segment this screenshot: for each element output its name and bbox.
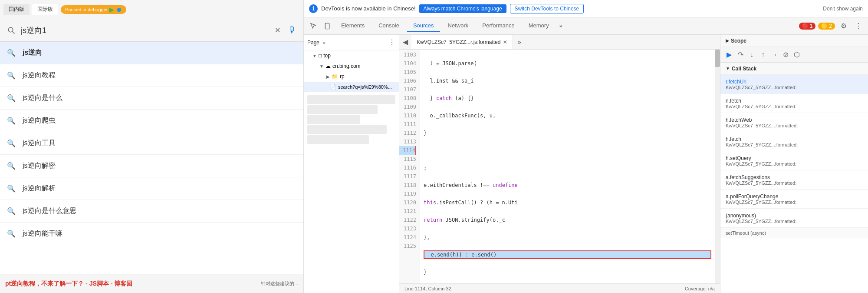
list-item[interactable]: 🔍 js逆向是什么 (0, 87, 303, 110)
editor-scrollbar-thumb[interactable] (715, 50, 720, 67)
dont-show-again-link[interactable]: Don't show again (823, 6, 863, 12)
mic-icon[interactable]: 🎙 (286, 24, 298, 37)
callstack-fn-name: (anonymous) (726, 213, 863, 219)
file-tree-item-top[interactable]: ▼ □ top (304, 50, 399, 61)
tab-network[interactable]: Network (442, 20, 475, 32)
tab-domestic[interactable]: 国内版 (3, 4, 30, 15)
play-button[interactable]: ▶ (109, 6, 114, 13)
file-tree-item-rp[interactable]: ▶ 📁 rp (304, 71, 399, 82)
more-options-icon[interactable]: ⋮ (852, 20, 865, 32)
step-out-button[interactable]: ↑ (758, 50, 768, 60)
callstack-item[interactable]: a.pollForQueryChange KwVQLZSc7_5YGZZ...f… (720, 190, 868, 209)
tab-performance[interactable]: Performance (476, 20, 520, 32)
callstack-fn-source: KwVQLZSc7_5YGZZ...formatted: (726, 180, 863, 186)
callstack-item[interactable]: h.setQuery KwVQLZSc7_5YGZZ...formatted: (720, 151, 868, 170)
devtools-tabs-bar: Elements Console Sources Network Perform… (304, 17, 868, 35)
file-tree-item-domain[interactable]: ▼ ☁ cn.bing.com (304, 61, 399, 71)
search-icon: 🔍 (7, 139, 16, 147)
back-nav-icon[interactable]: ◀ (399, 36, 411, 48)
tab-international[interactable]: 国际版 (32, 4, 58, 15)
code-line: o._callbackFunc(s, u, (424, 111, 711, 120)
info-icon: ℹ (309, 4, 318, 13)
deactivate-breakpoints-button[interactable]: ⊘ (780, 50, 791, 60)
code-line (424, 146, 711, 155)
callstack-fn-name: a.pollForQueryChange (726, 193, 863, 200)
tab-sources[interactable]: Sources (407, 20, 440, 32)
callstack-fn-name: n.fetch (726, 98, 863, 104)
suggestion-text: js逆向解密 (23, 161, 56, 170)
switch-devtools-button[interactable]: Switch DevTools to Chinese (510, 4, 584, 13)
tab-international-label: 国际版 (37, 6, 53, 12)
callstack-item[interactable]: h.fetch KwVQLZSc7_5YGZZ...:formatted: (720, 132, 868, 151)
step-into-button[interactable]: ↓ (746, 50, 757, 60)
tab-memory[interactable]: Memory (523, 20, 555, 32)
browser-bottom-bar: pt逆向教程，不来了解一下？ - JS脚本 - 博客园 针对这些建议的... (0, 274, 303, 293)
tabs-overflow-button[interactable]: » (557, 21, 565, 31)
suggestion-text: js逆向 (23, 48, 42, 57)
callstack-fn-source: KwVQLZSc7_5YGZZ...formatted: (726, 219, 863, 224)
record-button[interactable]: ⏺ (116, 6, 122, 13)
callstack-item[interactable]: n.fetch KwVQLZSc7_5YGZZ...formatted: (720, 94, 868, 113)
callstack-fn-source: KwVQLZSc7_5YGZZ...formatted: (726, 104, 863, 109)
list-item[interactable]: 🔍 js逆向爬虫 (0, 110, 303, 132)
notification-bar: ℹ DevTools is now available in Chinese! … (304, 0, 868, 17)
search-icon: 🔍 (7, 207, 16, 215)
step-button[interactable]: → (769, 50, 779, 60)
callstack-item[interactable]: a.fetchSuggestions KwVQLZSc7_5YGZZ...for… (720, 170, 868, 190)
search-icon: 🔍 (7, 71, 16, 80)
suggestion-text: js逆向能干嘛 (23, 229, 62, 238)
callstack-section-label: Call Stack (732, 66, 756, 72)
editor-scrollbar[interactable] (715, 50, 720, 283)
callstack-fn-source: KwVQLZSc7_5YGZZ...formatted: (726, 85, 863, 90)
settings-icon[interactable]: ⚙ (838, 20, 850, 32)
devtools-panel: ℹ DevTools is now available in Chinese! … (304, 0, 868, 293)
svg-point-0 (8, 27, 13, 32)
pause-on-exceptions-button[interactable]: ⬡ (792, 50, 802, 60)
callstack-item[interactable]: h.fetchWeb KwVQLZSc7_5YGZZ...:formatted: (720, 113, 868, 132)
list-item[interactable]: 🔍 js逆向解密 (0, 155, 303, 177)
callstack-fn-source: KwVQLZSc7_5YGZZ...formatted: (726, 200, 863, 205)
callstack-items: r.fetchUrl KwVQLZSc7_5YGZZ...formatted: … (720, 75, 868, 293)
code-line: l = JSON.parse( (424, 59, 711, 68)
callstack-item[interactable]: r.fetchUrl KwVQLZSc7_5YGZZ...formatted: (720, 75, 868, 94)
list-item[interactable]: 🔍 js逆向解析 (0, 177, 303, 200)
step-over-button[interactable]: ↷ (735, 50, 746, 60)
suggestions-hint: 针对这些建议的... (261, 280, 298, 287)
file-tree-item-label: search?q=js%E9%80%... (338, 84, 392, 90)
scope-section-header[interactable]: ▶ Scope (720, 35, 868, 47)
suggestions-list: 🔍 js逆向 🔍 js逆向教程 🔍 js逆向是什么 🔍 js逆向爬虫 🔍 js逆… (0, 42, 303, 274)
inspect-icon[interactable] (307, 20, 319, 32)
list-item[interactable]: 🔍 js逆向能干嘛 (0, 223, 303, 245)
device-toolbar-icon[interactable] (321, 20, 333, 32)
more-tabs-button[interactable]: » (513, 36, 525, 48)
callstack-item[interactable]: (anonymous) KwVQLZSc7_5YGZZ...formatted: (720, 209, 868, 228)
tab-console[interactable]: Console (372, 20, 405, 32)
tab-elements[interactable]: Elements (335, 20, 371, 32)
callstack-section-header[interactable]: ▼ Call Stack (720, 63, 868, 75)
file-tree-more-button[interactable]: ⋮ (388, 38, 395, 47)
code-tab-active[interactable]: KwVQLZSc7_5YGZZ...r.js:formatted ✕ (411, 35, 513, 50)
callstack-fn-source: KwVQLZSc7_5YGZZ...:formatted: (726, 123, 863, 128)
list-item[interactable]: 🔍 js逆向是什么意思 (0, 200, 303, 223)
code-content[interactable]: l = JSON.parse( l.Inst && sa_i } catch (… (420, 50, 715, 283)
code-tab-close-button[interactable]: ✕ (503, 39, 507, 45)
line-numbers: 1103 1104 1105 1106 1107 1108 1109 1110 … (399, 50, 420, 283)
collapse-arrow-icon: ▶ (726, 38, 729, 43)
file-tree-item-search[interactable]: 📄 search?q=js%E9%80%... (304, 82, 399, 92)
callstack-fn-source: KwVQLZSc7_5YGZZ...formatted: (726, 161, 863, 166)
callstack-fn-name: h.setQuery (726, 155, 863, 161)
paused-debugger-badge: Paused in debugger ▶ ⏺ (61, 5, 126, 14)
list-item[interactable]: 🔍 js逆向教程 (0, 64, 303, 87)
file-tree-overflow-btn[interactable]: » (323, 40, 326, 45)
list-item[interactable]: 🔍 js逆向 (0, 42, 303, 64)
code-editor-body[interactable]: 1103 1104 1105 1106 1107 1108 1109 1110 … (399, 50, 720, 283)
resume-button[interactable]: ▶ (724, 50, 734, 60)
suggestion-text: js逆向是什么 (23, 93, 62, 103)
file-tree-panel: Page » ⋮ ▼ □ top ▼ ☁ cn.bing.com ▶ 📁 rp (304, 35, 399, 293)
list-item[interactable]: 🔍 js逆向工具 (0, 132, 303, 155)
callstack-panel: ▶ Scope ▶ ↷ ↓ ↑ → ⊘ ⬡ ▼ Call Stack (720, 35, 868, 293)
clear-search-button[interactable]: ✕ (272, 25, 283, 36)
match-language-button[interactable]: Always match Chrome's language (419, 4, 506, 13)
search-icon (5, 24, 17, 37)
search-input[interactable] (21, 23, 269, 38)
